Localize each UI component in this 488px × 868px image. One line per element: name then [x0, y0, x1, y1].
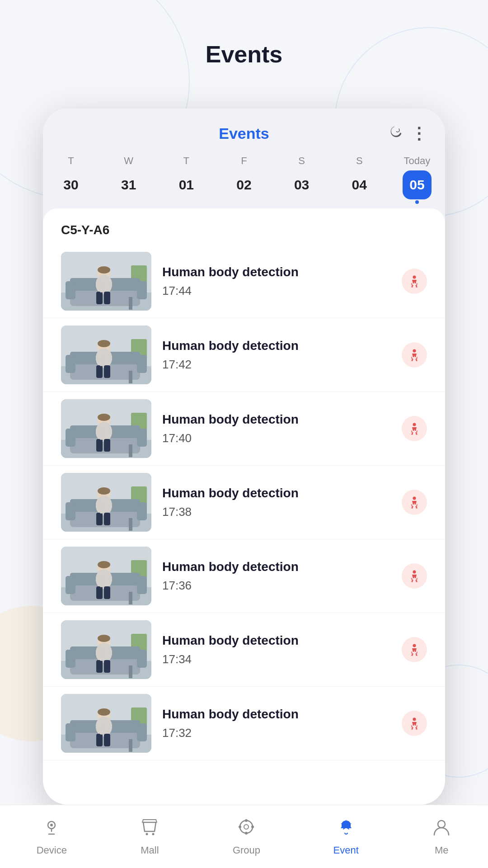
- phone-frame: Events ⋮ T30W31T01F02S03S04Today05 C5-Y-…: [43, 108, 445, 805]
- calendar-day[interactable]: W31: [114, 155, 143, 199]
- event-thumbnail: [61, 326, 151, 384]
- svg-rect-38: [137, 429, 147, 447]
- event-time: 17:36: [162, 579, 391, 593]
- calendar-day[interactable]: T01: [172, 155, 201, 199]
- page-title: Events: [0, 0, 488, 95]
- svg-rect-39: [129, 444, 132, 457]
- svg-rect-5: [66, 281, 75, 299]
- events-list[interactable]: C5-Y-A6: [43, 208, 445, 805]
- event-title: Human body detection: [162, 339, 391, 353]
- cal-day-number: 31: [114, 170, 143, 199]
- svg-rect-109: [104, 734, 110, 746]
- svg-rect-45: [104, 439, 110, 452]
- cal-day-letter: S: [298, 155, 305, 167]
- event-item[interactable]: Human body detection17:34: [43, 613, 445, 687]
- svg-rect-108: [96, 734, 103, 746]
- calendar-row: T30W31T01F02S03S04Today05: [43, 150, 445, 208]
- svg-rect-55: [129, 518, 132, 531]
- calendar-day[interactable]: S03: [287, 155, 316, 199]
- event-item[interactable]: Human body detection17:32: [43, 687, 445, 760]
- nav-item-event[interactable]: Event: [324, 812, 367, 861]
- svg-rect-102: [137, 723, 147, 741]
- svg-rect-71: [129, 592, 132, 604]
- svg-point-26: [98, 340, 110, 347]
- svg-rect-12: [96, 292, 103, 304]
- event-info: Human body detection17:44: [162, 265, 391, 298]
- svg-rect-53: [66, 502, 75, 520]
- events-header: Events ⋮: [43, 108, 445, 150]
- svg-point-58: [98, 487, 110, 495]
- event-title: Human body detection: [162, 633, 391, 648]
- events-container: Human body detection17:44: [43, 245, 445, 760]
- svg-rect-37: [66, 429, 75, 447]
- nav-label-group: Group: [233, 844, 260, 856]
- svg-rect-76: [96, 586, 103, 599]
- svg-rect-28: [96, 365, 103, 378]
- human-detection-icon: [402, 711, 427, 736]
- cal-day-number: 30: [56, 170, 85, 199]
- svg-rect-69: [66, 576, 75, 594]
- svg-point-15: [413, 276, 416, 279]
- human-detection-icon: [402, 416, 427, 441]
- svg-point-117: [240, 821, 253, 833]
- phone-inner: Events ⋮ T30W31T01F02S03S04Today05 C5-Y-…: [43, 108, 445, 805]
- event-info: Human body detection17:34: [162, 633, 391, 666]
- event-icon: [336, 817, 356, 841]
- event-thumbnail: [61, 547, 151, 605]
- svg-point-113: [50, 824, 53, 826]
- svg-point-74: [98, 561, 110, 568]
- svg-point-122: [245, 832, 248, 835]
- svg-rect-92: [96, 660, 103, 673]
- calendar-day[interactable]: F02: [230, 155, 258, 199]
- nav-item-device[interactable]: Device: [28, 812, 76, 861]
- group-icon: [236, 817, 256, 841]
- svg-rect-13: [104, 292, 110, 304]
- svg-point-119: [239, 826, 241, 828]
- nav-item-group[interactable]: Group: [224, 812, 269, 861]
- device-label: C5-Y-A6: [43, 208, 445, 245]
- event-info: Human body detection17:42: [162, 339, 391, 372]
- event-thumbnail: [61, 399, 151, 458]
- more-icon[interactable]: ⋮: [411, 126, 427, 142]
- calendar-day[interactable]: S04: [345, 155, 374, 199]
- calendar-day[interactable]: T30: [56, 155, 85, 199]
- event-item[interactable]: Human body detection17:38: [43, 466, 445, 539]
- svg-rect-6: [137, 281, 147, 299]
- cal-day-number: 05: [403, 170, 432, 199]
- svg-point-106: [98, 708, 110, 716]
- event-title: Human body detection: [162, 486, 391, 500]
- calendar-day[interactable]: Today05: [403, 155, 432, 199]
- svg-point-123: [438, 821, 445, 828]
- svg-point-95: [413, 644, 416, 647]
- svg-point-63: [413, 497, 416, 500]
- svg-rect-86: [137, 650, 147, 668]
- event-info: Human body detection17:40: [162, 412, 391, 445]
- nav-item-me[interactable]: Me: [422, 812, 460, 861]
- event-item[interactable]: Human body detection17:42: [43, 318, 445, 392]
- svg-rect-54: [137, 502, 147, 520]
- svg-rect-61: [104, 513, 110, 525]
- svg-rect-22: [137, 355, 147, 373]
- event-thumbnail: [61, 252, 151, 311]
- event-title: Human body detection: [162, 412, 391, 427]
- svg-rect-44: [96, 439, 103, 452]
- event-time: 17:38: [162, 505, 391, 519]
- nav-item-mall[interactable]: Mall: [131, 812, 169, 861]
- svg-rect-93: [104, 660, 110, 673]
- event-item[interactable]: Human body detection17:36: [43, 539, 445, 613]
- event-time: 17:40: [162, 431, 391, 445]
- event-item[interactable]: Human body detection17:40: [43, 392, 445, 466]
- human-detection-icon: [402, 637, 427, 662]
- svg-point-121: [245, 819, 248, 822]
- event-time: 17:34: [162, 652, 391, 666]
- svg-point-79: [413, 571, 416, 574]
- cal-day-letter: W: [124, 155, 133, 167]
- event-title: Human body detection: [162, 265, 391, 279]
- event-item[interactable]: Human body detection17:44: [43, 245, 445, 318]
- event-thumbnail: [61, 620, 151, 679]
- event-title: Human body detection: [162, 560, 391, 574]
- bottom-nav: Device Mall Group Event Me: [0, 805, 488, 868]
- moon-icon[interactable]: [389, 125, 403, 142]
- svg-rect-60: [96, 513, 103, 525]
- svg-rect-23: [129, 371, 132, 383]
